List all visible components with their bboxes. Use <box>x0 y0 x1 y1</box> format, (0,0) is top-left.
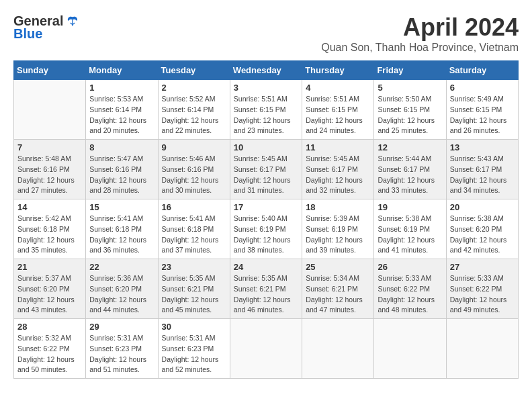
calendar-cell: 18Sunrise: 5:39 AM Sunset: 6:19 PM Dayli… <box>302 199 374 259</box>
calendar-cell: 25Sunrise: 5:34 AM Sunset: 6:21 PM Dayli… <box>302 259 374 319</box>
weekday-header-tuesday: Tuesday <box>158 61 230 80</box>
calendar-cell: 13Sunrise: 5:43 AM Sunset: 6:17 PM Dayli… <box>446 140 518 199</box>
calendar-cell: 22Sunrise: 5:36 AM Sunset: 6:20 PM Dayli… <box>86 259 158 319</box>
day-info: Sunrise: 5:51 AM Sunset: 6:15 PM Dayligh… <box>306 94 370 136</box>
day-number: 13 <box>450 142 515 152</box>
calendar-cell <box>14 80 86 140</box>
day-number: 1 <box>89 83 154 93</box>
calendar-cell: 17Sunrise: 5:40 AM Sunset: 6:19 PM Dayli… <box>230 199 302 259</box>
calendar-cell: 20Sunrise: 5:38 AM Sunset: 6:20 PM Dayli… <box>446 199 518 259</box>
day-number: 20 <box>450 202 515 212</box>
day-number: 12 <box>378 142 442 152</box>
month-title: April 2024 <box>321 13 519 42</box>
weekday-header-wednesday: Wednesday <box>230 61 302 80</box>
day-number: 2 <box>162 83 226 93</box>
calendar-cell <box>230 319 302 379</box>
day-info: Sunrise: 5:44 AM Sunset: 6:17 PM Dayligh… <box>378 154 442 196</box>
weekday-header-saturday: Saturday <box>446 61 518 80</box>
day-info: Sunrise: 5:50 AM Sunset: 6:15 PM Dayligh… <box>378 94 442 136</box>
week-row-5: 28Sunrise: 5:32 AM Sunset: 6:22 PM Dayli… <box>14 319 519 379</box>
day-number: 26 <box>378 262 442 272</box>
calendar-cell: 2Sunrise: 5:52 AM Sunset: 6:14 PM Daylig… <box>158 80 230 140</box>
day-number: 28 <box>17 322 82 332</box>
day-info: Sunrise: 5:31 AM Sunset: 6:23 PM Dayligh… <box>89 333 154 375</box>
day-info: Sunrise: 5:41 AM Sunset: 6:18 PM Dayligh… <box>89 214 154 256</box>
day-info: Sunrise: 5:35 AM Sunset: 6:21 PM Dayligh… <box>234 273 298 316</box>
calendar-cell: 21Sunrise: 5:37 AM Sunset: 6:20 PM Dayli… <box>14 259 86 319</box>
day-number: 5 <box>378 83 442 93</box>
day-number: 6 <box>450 83 515 93</box>
day-info: Sunrise: 5:34 AM Sunset: 6:21 PM Dayligh… <box>306 273 370 316</box>
day-info: Sunrise: 5:39 AM Sunset: 6:19 PM Dayligh… <box>306 214 370 256</box>
week-row-1: 1Sunrise: 5:53 AM Sunset: 6:14 PM Daylig… <box>14 80 519 140</box>
calendar-cell: 1Sunrise: 5:53 AM Sunset: 6:14 PM Daylig… <box>86 80 158 140</box>
logo-bird-icon <box>66 15 79 28</box>
calendar-cell: 12Sunrise: 5:44 AM Sunset: 6:17 PM Dayli… <box>374 140 446 199</box>
weekday-header-row: SundayMondayTuesdayWednesdayThursdayFrid… <box>14 61 519 80</box>
day-number: 19 <box>378 202 442 212</box>
weekday-header-monday: Monday <box>86 61 158 80</box>
day-number: 24 <box>234 262 298 272</box>
calendar-cell: 23Sunrise: 5:35 AM Sunset: 6:21 PM Dayli… <box>158 259 230 319</box>
calendar-cell: 8Sunrise: 5:47 AM Sunset: 6:16 PM Daylig… <box>86 140 158 199</box>
day-info: Sunrise: 5:33 AM Sunset: 6:22 PM Dayligh… <box>378 273 442 316</box>
weekday-header-sunday: Sunday <box>14 61 86 80</box>
day-number: 10 <box>234 142 298 152</box>
calendar-cell: 3Sunrise: 5:51 AM Sunset: 6:15 PM Daylig… <box>230 80 302 140</box>
calendar-cell: 16Sunrise: 5:41 AM Sunset: 6:18 PM Dayli… <box>158 199 230 259</box>
calendar-cell: 11Sunrise: 5:45 AM Sunset: 6:17 PM Dayli… <box>302 140 374 199</box>
day-info: Sunrise: 5:33 AM Sunset: 6:22 PM Dayligh… <box>450 273 515 316</box>
calendar-cell: 9Sunrise: 5:46 AM Sunset: 6:16 PM Daylig… <box>158 140 230 199</box>
day-info: Sunrise: 5:46 AM Sunset: 6:16 PM Dayligh… <box>162 154 226 196</box>
day-number: 30 <box>162 322 226 332</box>
logo: General Blue <box>13 13 79 42</box>
day-info: Sunrise: 5:42 AM Sunset: 6:18 PM Dayligh… <box>17 214 82 256</box>
day-info: Sunrise: 5:38 AM Sunset: 6:20 PM Dayligh… <box>450 214 515 256</box>
calendar-cell: 6Sunrise: 5:49 AM Sunset: 6:15 PM Daylig… <box>446 80 518 140</box>
day-info: Sunrise: 5:52 AM Sunset: 6:14 PM Dayligh… <box>162 94 226 136</box>
page-header: General Blue April 2024 Quan Son, Thanh … <box>13 13 519 54</box>
day-number: 15 <box>89 202 154 212</box>
day-info: Sunrise: 5:32 AM Sunset: 6:22 PM Dayligh… <box>17 333 82 375</box>
calendar-cell <box>446 319 518 379</box>
day-info: Sunrise: 5:37 AM Sunset: 6:20 PM Dayligh… <box>17 273 82 316</box>
day-number: 29 <box>89 322 154 332</box>
calendar-cell: 7Sunrise: 5:48 AM Sunset: 6:16 PM Daylig… <box>14 140 86 199</box>
calendar-cell: 29Sunrise: 5:31 AM Sunset: 6:23 PM Dayli… <box>86 319 158 379</box>
calendar-cell <box>374 319 446 379</box>
day-number: 27 <box>450 262 515 272</box>
day-number: 25 <box>306 262 370 272</box>
day-info: Sunrise: 5:41 AM Sunset: 6:18 PM Dayligh… <box>162 214 226 256</box>
day-number: 18 <box>306 202 370 212</box>
calendar-cell: 5Sunrise: 5:50 AM Sunset: 6:15 PM Daylig… <box>374 80 446 140</box>
day-info: Sunrise: 5:43 AM Sunset: 6:17 PM Dayligh… <box>450 154 515 196</box>
day-number: 17 <box>234 202 298 212</box>
day-info: Sunrise: 5:45 AM Sunset: 6:17 PM Dayligh… <box>306 154 370 196</box>
day-number: 14 <box>17 202 82 212</box>
weekday-header-thursday: Thursday <box>302 61 374 80</box>
week-row-2: 7Sunrise: 5:48 AM Sunset: 6:16 PM Daylig… <box>14 140 519 199</box>
day-number: 8 <box>89 142 154 152</box>
title-section: April 2024 Quan Son, Thanh Hoa Province,… <box>321 13 519 54</box>
calendar-cell: 27Sunrise: 5:33 AM Sunset: 6:22 PM Dayli… <box>446 259 518 319</box>
day-info: Sunrise: 5:40 AM Sunset: 6:19 PM Dayligh… <box>234 214 298 256</box>
day-number: 21 <box>17 262 82 272</box>
day-info: Sunrise: 5:49 AM Sunset: 6:15 PM Dayligh… <box>450 94 515 136</box>
day-number: 3 <box>234 83 298 93</box>
day-info: Sunrise: 5:48 AM Sunset: 6:16 PM Dayligh… <box>17 154 82 196</box>
calendar-cell: 26Sunrise: 5:33 AM Sunset: 6:22 PM Dayli… <box>374 259 446 319</box>
day-info: Sunrise: 5:35 AM Sunset: 6:21 PM Dayligh… <box>162 273 226 316</box>
calendar-table: SundayMondayTuesdayWednesdayThursdayFrid… <box>13 60 519 379</box>
day-number: 16 <box>162 202 226 212</box>
calendar-cell: 10Sunrise: 5:45 AM Sunset: 6:17 PM Dayli… <box>230 140 302 199</box>
calendar-cell: 19Sunrise: 5:38 AM Sunset: 6:19 PM Dayli… <box>374 199 446 259</box>
calendar-cell: 4Sunrise: 5:51 AM Sunset: 6:15 PM Daylig… <box>302 80 374 140</box>
day-number: 7 <box>17 142 82 152</box>
week-row-3: 14Sunrise: 5:42 AM Sunset: 6:18 PM Dayli… <box>14 199 519 259</box>
weekday-header-friday: Friday <box>374 61 446 80</box>
calendar-cell <box>302 319 374 379</box>
day-number: 23 <box>162 262 226 272</box>
day-number: 4 <box>306 83 370 93</box>
day-info: Sunrise: 5:47 AM Sunset: 6:16 PM Dayligh… <box>89 154 154 196</box>
calendar-cell: 24Sunrise: 5:35 AM Sunset: 6:21 PM Dayli… <box>230 259 302 319</box>
